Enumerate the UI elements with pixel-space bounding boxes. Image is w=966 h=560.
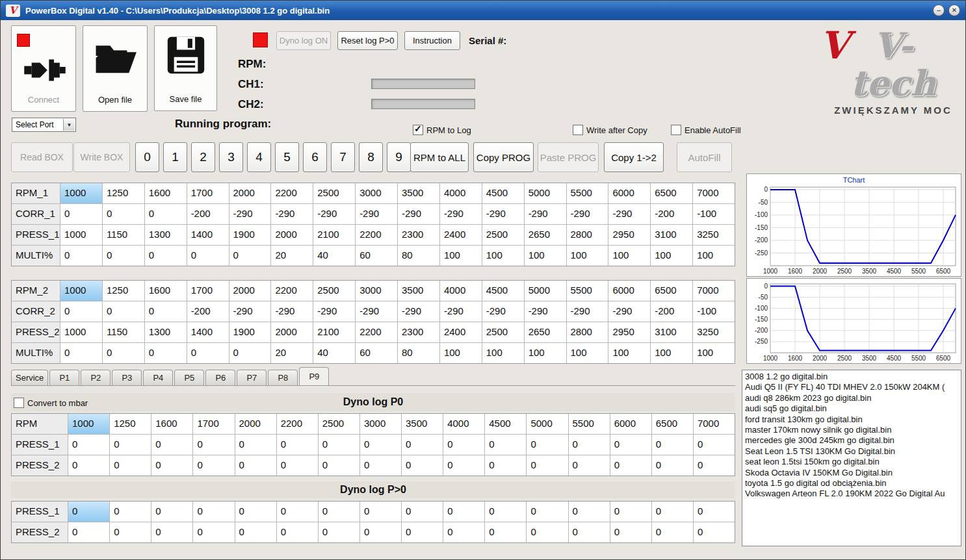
table-cell[interactable]: 1600 [151, 414, 192, 434]
table-cell[interactable]: 2000 [229, 183, 271, 203]
table-cell[interactable]: 1250 [102, 183, 144, 203]
table-cell[interactable]: 1400 [187, 225, 229, 245]
table-cell[interactable]: 0 [526, 435, 568, 455]
table-cell[interactable]: 3100 [650, 322, 692, 342]
digit-button-6[interactable]: 6 [303, 142, 327, 172]
table-cell[interactable]: 0 [610, 435, 651, 455]
table-cell[interactable]: 2200 [270, 281, 313, 301]
copy-prog-button[interactable]: Copy PROG [473, 142, 534, 172]
table-cell[interactable]: 0 [192, 435, 234, 455]
table-cell[interactable]: 0 [568, 455, 610, 476]
table-cell[interactable]: 0 [651, 502, 693, 522]
minimize-button[interactable]: – [933, 5, 945, 16]
file-list-item[interactable]: Audi Q5 II (FY FL) 40 TDI MHEV 2.0 150kW… [742, 382, 961, 392]
table-cell[interactable]: 0 [68, 522, 109, 542]
table-cell[interactable]: 100 [566, 246, 608, 266]
tab-p8[interactable]: P8 [268, 370, 298, 385]
table-cell[interactable]: 4500 [482, 183, 524, 203]
tab-p4[interactable]: P4 [143, 370, 173, 385]
table-cell[interactable]: -290 [229, 301, 271, 322]
table-cell[interactable]: 100 [650, 343, 692, 363]
table-cell[interactable]: 0 [693, 455, 735, 476]
table-cell[interactable]: 1000 [60, 225, 102, 245]
table-cell[interactable]: 40 [313, 343, 355, 363]
digit-button-7[interactable]: 7 [331, 142, 355, 172]
table-cell[interactable]: -290 [566, 301, 608, 322]
table-cell[interactable]: 0 [276, 455, 318, 476]
table-cell[interactable]: 0 [693, 502, 735, 522]
tab-p1[interactable]: P1 [49, 370, 79, 385]
table-cell[interactable]: 20 [270, 246, 313, 266]
table-cell[interactable]: -290 [524, 301, 566, 322]
table-cell[interactable]: 2650 [524, 225, 566, 245]
rpm-to-log-checkbox[interactable] [413, 125, 423, 135]
connect-button[interactable]: Connect [11, 25, 76, 112]
table-cell[interactable]: 0 [484, 455, 526, 476]
table-cell[interactable]: 3000 [355, 281, 397, 301]
table-cell[interactable]: 20 [270, 343, 313, 363]
table-cell[interactable]: 0 [318, 502, 359, 522]
tab-p7[interactable]: P7 [237, 370, 267, 385]
table-cell[interactable]: 6000 [610, 414, 651, 434]
table-cell[interactable]: 2500 [313, 183, 355, 203]
table-cell[interactable]: 0 [144, 204, 187, 224]
table-cell[interactable]: 2200 [355, 322, 397, 342]
table-cell[interactable]: 2000 [270, 225, 313, 245]
table-cell[interactable]: 1700 [192, 414, 234, 434]
table-cell[interactable]: 3250 [692, 322, 735, 342]
table-cell[interactable]: 40 [313, 246, 355, 266]
table-cell[interactable]: -200 [187, 204, 229, 224]
table-cell[interactable]: 0 [526, 522, 568, 542]
table-cell[interactable]: 2650 [524, 322, 566, 342]
table-cell[interactable]: -290 [482, 301, 524, 322]
digit-button-9[interactable]: 9 [387, 142, 411, 172]
table-cell[interactable]: 4500 [482, 281, 524, 301]
table-cell[interactable]: 3000 [359, 414, 401, 434]
table-cell[interactable]: 1150 [102, 225, 144, 245]
table-cell[interactable]: 0 [401, 522, 443, 542]
table-cell[interactable]: 1250 [102, 281, 144, 301]
table-cell[interactable]: 4500 [484, 414, 526, 434]
table-cell[interactable]: 0 [484, 435, 526, 455]
table-cell[interactable]: -290 [313, 204, 355, 224]
table-cell[interactable]: -100 [692, 204, 735, 224]
open-file-button[interactable]: Open file [83, 25, 148, 112]
reset-log-button[interactable]: Reset log P>0 [337, 31, 398, 50]
table-cell[interactable]: -200 [187, 301, 229, 322]
table-cell[interactable]: 2500 [482, 225, 524, 245]
table-cell[interactable]: 2000 [235, 414, 276, 434]
table-cell[interactable]: -290 [439, 204, 482, 224]
table-cell[interactable]: 3500 [397, 281, 439, 301]
table-cell[interactable]: 0 [68, 455, 109, 476]
table-cell[interactable]: 2800 [566, 322, 608, 342]
table-cell[interactable]: 0 [610, 455, 651, 476]
digit-button-5[interactable]: 5 [275, 142, 299, 172]
table-cell[interactable]: 0 [60, 204, 102, 224]
table-cell[interactable]: 0 [235, 522, 276, 542]
table-cell[interactable]: -290 [313, 301, 355, 322]
file-list-item[interactable]: ford transit 130km go digital.bin [742, 414, 961, 425]
digit-button-3[interactable]: 3 [219, 142, 243, 172]
table-cell[interactable]: 2200 [276, 414, 318, 434]
table-cell[interactable]: 100 [608, 246, 650, 266]
table-cell[interactable]: 0 [151, 455, 192, 476]
table-cell[interactable]: 7000 [692, 183, 735, 203]
table-cell[interactable]: -290 [229, 204, 271, 224]
table-cell[interactable]: 0 [102, 301, 144, 322]
table-cell[interactable]: 2300 [397, 322, 439, 342]
table-cell[interactable]: 0 [359, 522, 401, 542]
digit-button-1[interactable]: 1 [163, 142, 187, 172]
table-cell[interactable]: 1400 [187, 322, 229, 342]
table-cell[interactable]: 0 [151, 522, 192, 542]
dropdown-arrow-icon[interactable]: ▼ [63, 119, 75, 131]
tab-p5[interactable]: P5 [174, 370, 204, 385]
file-list-item[interactable]: seat leon 1.5tsi 150km go digital.bin [742, 457, 961, 467]
table-cell[interactable]: 0 [359, 435, 401, 455]
table-cell[interactable]: 0 [60, 301, 102, 322]
table-cell[interactable]: 1250 [109, 414, 151, 434]
table-cell[interactable]: 100 [692, 246, 735, 266]
table-cell[interactable]: -290 [608, 301, 650, 322]
digit-button-4[interactable]: 4 [247, 142, 271, 172]
table-cell[interactable]: 0 [443, 522, 484, 542]
table-cell[interactable]: 0 [568, 435, 610, 455]
